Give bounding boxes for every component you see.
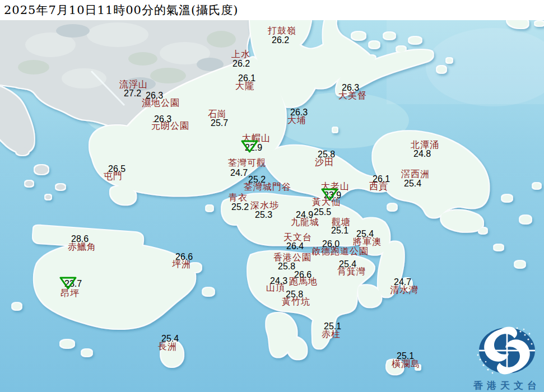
station-label: 大美督 <box>338 91 367 100</box>
title-bar: 2025年7月10日11時00分的氣溫(攝氏度) <box>0 0 544 20</box>
station-value: 25.8 <box>318 150 335 159</box>
station-value: 25.4 <box>404 179 421 188</box>
station-label: 長洲 <box>158 342 177 351</box>
station-value: 26.3 <box>290 108 308 117</box>
station-value: 26.3 <box>146 91 163 100</box>
station-label: 赤柱 <box>322 330 341 339</box>
station-label: 荃灣可觀 <box>228 158 266 167</box>
station-value: 26.0 <box>322 240 340 249</box>
hill-station-triangle-icon <box>240 139 259 153</box>
station-value: 25.4 <box>339 260 356 269</box>
station-label: 將軍澳 <box>353 237 382 246</box>
station-label: 深水埗 <box>250 201 279 210</box>
station-label: 清水灣 <box>390 286 419 295</box>
station-value: 26.2 <box>233 59 250 68</box>
station-value: 24.7 <box>230 169 248 178</box>
station-value: 25.4 <box>161 334 179 343</box>
station-value: 26.2 <box>272 36 289 45</box>
station-value: 25.1 <box>324 322 341 331</box>
station-value: 25.2 <box>231 203 249 212</box>
station-label: 赤鱲角 <box>68 242 96 251</box>
station-value: 26.3 <box>154 115 171 124</box>
station-value: 25.8 <box>278 262 295 271</box>
station-value: 24.7 <box>394 278 411 287</box>
station-value: 25.8 <box>286 290 303 299</box>
station-label: 天文台 <box>283 233 312 242</box>
station-label: 啟德跑道公園 <box>311 247 369 256</box>
station-value: 24.3 <box>270 277 287 286</box>
station-value: 26.6 <box>294 270 311 279</box>
station-value: 25.3 <box>255 211 272 220</box>
station-value: 25.1 <box>331 226 348 235</box>
station-value: 27.2 <box>124 89 141 98</box>
station-value: 24.8 <box>413 150 431 158</box>
station-label: 打鼓嶺 <box>268 26 296 35</box>
hko-logo-name-zh: 香港天文台 <box>462 379 544 392</box>
station-label: 滘西洲 <box>401 170 430 179</box>
station-value: 24.9 <box>296 211 313 220</box>
station-value: 26.5 <box>108 165 125 174</box>
station-value: 25.1 <box>397 352 414 361</box>
hko-logo: 香港天文台 HONG KONG OBSERVATORY <box>462 325 544 392</box>
station-value: 26.4 <box>286 242 304 251</box>
station-value: 28.6 <box>71 235 89 244</box>
station-label: 昂坪 <box>61 289 80 298</box>
station-label: 大隴 <box>235 82 254 91</box>
station-value: 26.6 <box>175 253 193 262</box>
station-label: 沙田 <box>315 158 334 167</box>
station-label: 大埔 <box>287 116 306 125</box>
station-label: 橫瀾島 <box>392 360 420 368</box>
station-label: 青衣 <box>229 193 248 202</box>
station-label: 北潭涌 <box>411 141 439 150</box>
station-label: 流浮山 <box>119 80 148 89</box>
station-label: 上水 <box>231 50 250 59</box>
station-value: 25.2 <box>248 175 266 184</box>
station-value: 25.4 <box>356 230 374 239</box>
station-label: 香港公園 <box>273 253 311 262</box>
station-value: 26.1 <box>238 74 255 83</box>
station-label: 黃大仙 <box>312 198 341 207</box>
station-label: 石崗 <box>208 110 227 119</box>
station-value: 26.3 <box>342 83 359 92</box>
station-value: 26.1 <box>373 175 390 184</box>
hill-station-triangle-icon <box>59 276 77 290</box>
hko-logo-icon <box>463 325 544 376</box>
station-value: 25.7 <box>211 119 228 128</box>
map-title: 2025年7月10日11時00分的氣溫(攝氏度) <box>0 2 238 18</box>
station-value: 25.5 <box>314 208 331 217</box>
